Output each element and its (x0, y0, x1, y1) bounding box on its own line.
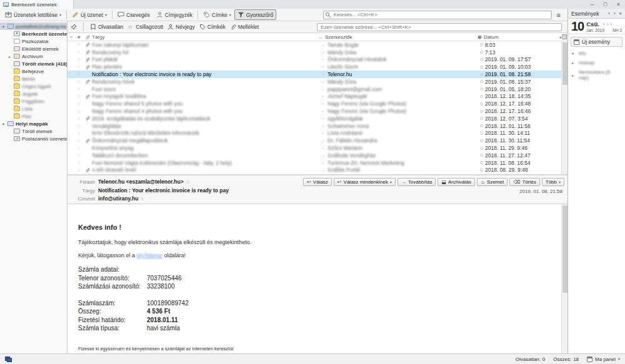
folder-row[interactable]: Elküldött elemek (0, 45, 67, 52)
junk-status-icon[interactable]: · (319, 108, 328, 114)
folder-row[interactable]: Postázandó üzenetek (0, 135, 67, 142)
filter-contact-button[interactable]: Névjegy (168, 24, 195, 30)
folder-row[interactable]: Piszkozatok (0, 37, 67, 45)
expander-icon[interactable]: ▾ (1, 122, 6, 126)
new-event-button[interactable]: Új esemény (571, 37, 622, 47)
junk-status-icon[interactable]: · (319, 101, 328, 107)
day-next-button[interactable]: › (611, 22, 612, 26)
events-next-button[interactable]: › (614, 11, 616, 16)
folder-row[interactable]: Befejezve (0, 67, 67, 75)
search-input[interactable] (323, 11, 552, 19)
message-row[interactable]: ☆ Találkozó decemberben · Szálloda Vendé… (68, 152, 568, 159)
mytelenor-link[interactable]: MyTelenor (137, 252, 163, 258)
star-icon[interactable]: ☆ (75, 116, 82, 121)
star-icon[interactable]: ☆ (140, 195, 144, 204)
column-picker[interactable]: ▾ (559, 34, 568, 39)
filter-unread-button[interactable]: Olvasatlan (90, 24, 123, 30)
star-icon[interactable]: ☆ (75, 42, 82, 47)
folder-row[interactable]: Bérek (0, 75, 67, 82)
star-icon[interactable]: ☆ (75, 123, 82, 129)
list-scrollbar-thumb[interactable] (562, 42, 568, 85)
chevron-down-icon[interactable]: ▾ (59, 13, 61, 17)
junk-status-icon[interactable]: · (319, 93, 328, 99)
folder-row[interactable]: Függőben (0, 97, 67, 105)
junk-status-icon[interactable]: · (319, 123, 328, 129)
forward-button[interactable]: →Továbbítás (398, 178, 436, 186)
expander-icon[interactable]: ▸ (572, 73, 576, 77)
junk-status-icon[interactable]: · (319, 71, 328, 77)
column-subject[interactable]: Tárgy (92, 34, 316, 40)
filter-tags-button[interactable]: Címkék (199, 24, 226, 30)
chevron-down-icon[interactable]: ▾ (390, 180, 392, 184)
more-button[interactable]: Több▾ (542, 178, 564, 186)
folder-row[interactable]: ▾ Helyi mappák (0, 120, 67, 127)
message-row[interactable]: ☆ Rendezvény hírek · Mándy Dóra 2019. 01… (68, 78, 568, 86)
list-scrollbar[interactable] (561, 41, 568, 174)
message-row[interactable]: ☆ Fuvi Anyagok továbbra · József Napsugá… (68, 93, 568, 101)
star-column-icon[interactable]: ★ (75, 34, 82, 40)
message-row[interactable]: ☆ Notification : Your electronic invoice… (68, 71, 568, 78)
junk-button[interactable]: ♨Szemét (477, 178, 508, 186)
star-icon[interactable]: ☆ (75, 101, 82, 107)
delete-button[interactable]: ⌫Törlés (509, 178, 540, 186)
from-value[interactable]: Telenor.hu <eszamla@telenor.hu> (98, 178, 184, 187)
minimize-button[interactable]: – (586, 0, 599, 9)
message-row[interactable]: ☆ Vendéglátás · Schwimmer Anna 2018. 12.… (68, 122, 568, 130)
message-row[interactable]: ☆ Piac jelentés · László Szent 2019. 01.… (68, 63, 568, 71)
reply-button[interactable]: ↩Válasz (303, 178, 332, 186)
thread-column-icon[interactable]: ⤷ (68, 34, 75, 39)
column-junk-icon[interactable]: ↔ (316, 34, 325, 40)
new-message-button[interactable]: Új üzenet ▾ (69, 9, 110, 20)
today-pane-toggle[interactable]: Ma panel ▾ (587, 357, 620, 362)
junk-status-icon[interactable]: · (319, 42, 328, 48)
body-scrollbar-thumb[interactable] (562, 205, 568, 293)
message-row[interactable]: ☆ Nagy Ferenc shared 4 photos with you ·… (68, 107, 568, 115)
body-scrollbar[interactable] (561, 204, 568, 353)
star-icon[interactable]: ☆ (75, 79, 82, 84)
star-icon[interactable]: ☆ (75, 94, 82, 99)
star-icon[interactable]: ☆ (75, 64, 82, 70)
junk-status-icon[interactable]: · (319, 167, 328, 173)
reply-all-button[interactable]: ↩Válasz mindenkinek▾ (334, 178, 396, 186)
maximize-button[interactable]: □ (599, 0, 612, 9)
address-book-button[interactable]: Címjegyzék (153, 9, 196, 20)
expander-icon[interactable]: ▾ (1, 24, 6, 29)
quick-filter-toggle[interactable]: Gyorsszűrő (234, 9, 276, 20)
event-section[interactable]: ▾ Ma (568, 49, 625, 58)
message-row[interactable]: ☆ Fuvi plakát · Önkormányzati Hivatalok … (68, 56, 568, 64)
chevron-down-icon[interactable]: ▾ (229, 13, 231, 17)
star-icon[interactable]: ☆ (75, 152, 82, 158)
folder-row[interactable]: Beérkezett üzenetek (0, 30, 67, 37)
column-date[interactable]: Dátum (478, 34, 559, 40)
junk-status-icon[interactable]: · (319, 130, 328, 136)
star-icon[interactable]: ☆ (75, 49, 82, 55)
attachment-column-icon[interactable] (82, 34, 92, 40)
app-menu-button[interactable]: ≡ (552, 9, 566, 21)
day-today-button[interactable]: ○ (606, 22, 609, 26)
junk-status-icon[interactable]: · (319, 152, 328, 159)
message-row[interactable]: ☆ A téli útravaló levél · Szállás Portál… (68, 167, 568, 174)
message-row[interactable]: ☆ Rendezvény hír · Mándy Dóra 7:13 (68, 49, 568, 56)
chevron-down-icon[interactable]: ▾ (559, 180, 561, 184)
expander-icon[interactable]: ▸ (8, 54, 12, 59)
chat-button[interactable]: Csevegés (114, 9, 153, 20)
filter-starred-button[interactable]: ☆ Csillagozott (128, 24, 163, 30)
folder-row[interactable]: Jegyek (0, 90, 67, 97)
star-icon[interactable]: ☆ (75, 109, 82, 114)
message-row[interactable]: ☆ Önkormányzati megállapodások · Dr. Fáb… (68, 137, 568, 144)
pin-icon[interactable] (71, 24, 77, 30)
day-prev-button[interactable]: ‹ (603, 22, 604, 26)
star-icon[interactable]: ☆ (75, 167, 82, 173)
events-prev-button[interactable]: ‹ (608, 11, 610, 16)
chevron-down-icon[interactable]: ▾ (105, 13, 107, 17)
junk-status-icon[interactable]: · (319, 64, 328, 70)
junk-status-icon[interactable]: · (319, 137, 328, 144)
star-icon[interactable]: ☆ (75, 145, 82, 151)
event-section[interactable]: ▸ Holnap (568, 58, 625, 67)
folder-row[interactable]: Törölt elemek (0, 127, 67, 135)
star-icon[interactable]: ☆ (75, 57, 82, 62)
junk-status-icon[interactable]: · (319, 56, 328, 62)
folder-row[interactable]: ▾ postafiok@utirany.hu (0, 22, 67, 30)
get-messages-button[interactable]: Üzenetek letöltése ▾ (2, 9, 64, 20)
expander-icon[interactable]: ▾ (572, 51, 576, 56)
